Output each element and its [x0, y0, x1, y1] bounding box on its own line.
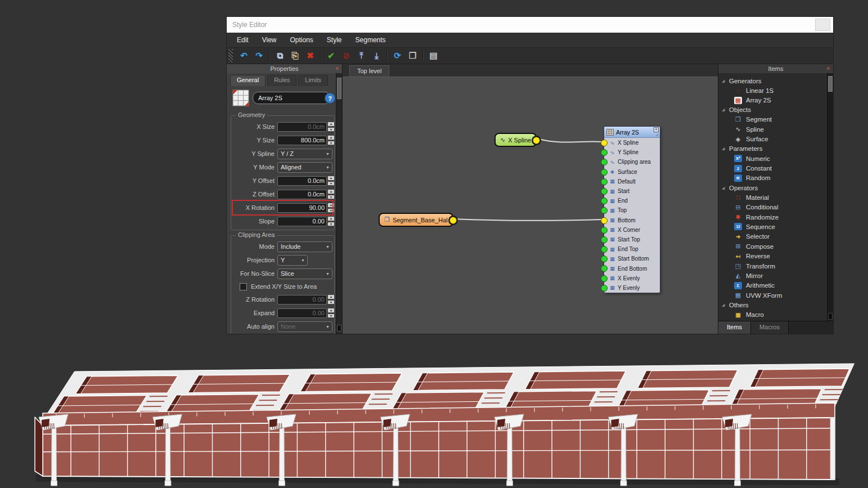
tree-item-reverse[interactable]: ↤Reverse	[722, 251, 826, 261]
array-input-port[interactable]	[601, 265, 608, 272]
tab-top-level[interactable]: Top level	[349, 65, 389, 77]
array-input-port[interactable]	[601, 207, 608, 214]
tree-item-mirror[interactable]: ◭Mirror	[722, 271, 826, 280]
spinner[interactable]	[327, 122, 335, 132]
tree-group-operators[interactable]: Operators	[722, 183, 826, 192]
tree-item-randomize[interactable]: ✱Randomize	[722, 212, 826, 222]
spinner[interactable]	[327, 294, 335, 305]
menu-options[interactable]: Options	[283, 33, 320, 47]
node-segment-base[interactable]: ❒ Segment_Base_Hal	[379, 213, 453, 227]
resize-handle-icon[interactable]: ◿	[655, 132, 658, 136]
x-rotation-field[interactable]	[277, 203, 335, 213]
y-size-field[interactable]	[277, 135, 335, 145]
node-x-spline[interactable]: ∿ X Spline	[494, 133, 537, 147]
spinner[interactable]	[327, 176, 335, 186]
array-input-port[interactable]	[601, 275, 608, 282]
z-offset-field[interactable]	[277, 189, 335, 199]
properties-scrollbar[interactable]	[336, 73, 342, 334]
refresh-icon[interactable]: ⟳	[390, 50, 404, 62]
window-close-button[interactable]	[815, 19, 830, 31]
tab-rules[interactable]: Rules	[267, 75, 296, 86]
tree-item-spline[interactable]: ∿Spline	[722, 124, 826, 134]
tree-item-array-2s[interactable]: ▦Array 2S	[722, 95, 826, 105]
items-scrollbar[interactable]	[827, 73, 833, 321]
menu-segments[interactable]: Segments	[349, 33, 393, 47]
close-icon[interactable]: ✕	[826, 66, 830, 71]
expander-icon[interactable]	[722, 108, 726, 112]
node-canvas[interactable]: ∿ X Spline ❒ Segment_Base_Hal	[343, 77, 718, 334]
tree-item-selector[interactable]: ➜Selector	[722, 232, 826, 241]
copy-icon[interactable]: ⧉	[273, 50, 287, 62]
expand-field[interactable]	[277, 308, 335, 318]
tree-item-compose[interactable]: ⊞Compose	[722, 241, 826, 251]
array-input-port[interactable]	[601, 169, 608, 176]
tree-item-arithmetic[interactable]: ΣArithmetic	[722, 281, 826, 290]
array-input-port[interactable]	[601, 217, 608, 224]
array-input-port[interactable]	[601, 178, 608, 185]
slope-field[interactable]	[277, 216, 335, 226]
array-input-port[interactable]	[601, 236, 608, 243]
extend-xy-checkbox[interactable]	[240, 283, 247, 290]
export-icon[interactable]: ❐	[406, 50, 420, 62]
tree-item-random[interactable]: RRandom	[722, 173, 826, 183]
expander-icon[interactable]	[722, 146, 726, 151]
expander-icon[interactable]	[722, 186, 726, 190]
array-input-port[interactable]	[601, 227, 608, 234]
expander-icon[interactable]	[722, 79, 726, 83]
library-icon[interactable]: ▤	[426, 50, 440, 62]
menu-style[interactable]: Style	[320, 33, 349, 47]
array-input-port[interactable]	[601, 285, 608, 292]
tree-item-uvw-xform[interactable]: ▦UVW XForm	[722, 290, 826, 300]
tab-limits[interactable]: Limits	[298, 75, 328, 86]
window-titlebar[interactable]: Style Editor	[227, 17, 833, 33]
array-input-port[interactable]	[601, 149, 608, 156]
array-input-port[interactable]	[601, 246, 608, 253]
menu-edit[interactable]: Edit	[230, 33, 255, 47]
collapse-bottom-icon[interactable]: ⤓	[370, 50, 384, 62]
mode-dropdown[interactable]: Include	[277, 241, 332, 252]
expander-icon[interactable]	[722, 303, 726, 307]
z-rotation-field[interactable]	[277, 294, 335, 305]
validate-check-icon[interactable]: ✔	[324, 50, 338, 62]
tree-item-transform[interactable]: ◳Transform	[722, 261, 826, 271]
spinner[interactable]	[327, 203, 335, 213]
toolbar-drag-handle[interactable]	[228, 49, 233, 62]
tree-item-sequence[interactable]: 12Sequence	[722, 222, 826, 231]
paste-icon[interactable]: ⎘	[288, 50, 302, 62]
tree-group-objects[interactable]: Objects	[722, 105, 826, 115]
tree-item-numeric[interactable]: X²Numeric	[722, 154, 826, 163]
spinner[interactable]	[327, 189, 335, 199]
array-input-port[interactable]	[601, 188, 608, 195]
spinner[interactable]	[327, 135, 335, 145]
tab-general[interactable]: General	[230, 75, 266, 86]
tree-item-segment[interactable]: ❒Segment	[722, 115, 826, 124]
close-icon[interactable]: ✕	[654, 127, 659, 132]
tree-item-surface[interactable]: ◈Surface	[722, 135, 826, 144]
auto-align-dropdown[interactable]: None	[277, 321, 332, 332]
tree-item-constant[interactable]: 2Constant	[722, 163, 826, 173]
tree-item-conditional[interactable]: ⊟Conditional	[722, 203, 826, 212]
help-icon[interactable]: ?	[325, 93, 335, 104]
y-offset-field[interactable]	[277, 176, 335, 186]
no-slice-dropdown[interactable]: Slice	[277, 268, 332, 279]
close-icon[interactable]: ✕	[335, 66, 339, 71]
y-mode-dropdown[interactable]: Aligned	[277, 162, 332, 173]
tree-group-generators[interactable]: Generators	[722, 76, 826, 86]
y-spline-dropdown[interactable]: Y / Z	[277, 149, 332, 159]
tab-items[interactable]: Items	[718, 321, 751, 334]
tree-item-macro[interactable]: ▣Macro	[722, 310, 826, 319]
projection-dropdown[interactable]: Y	[277, 255, 308, 266]
array-node-header[interactable]: Array 2S ✕ ◿	[604, 127, 660, 138]
menu-view[interactable]: View	[255, 33, 284, 47]
tree-group-others[interactable]: Others	[722, 300, 826, 310]
tab-macros[interactable]: Macros	[751, 321, 789, 334]
redo-icon[interactable]: ↷	[252, 50, 266, 62]
x-size-field[interactable]	[277, 122, 335, 132]
node-array-2s[interactable]: Array 2S ✕ ◿ ∿X Spline ∿Y Spline ∿Clippi…	[604, 126, 660, 293]
spinner[interactable]	[327, 216, 335, 226]
array-input-port[interactable]	[601, 198, 608, 204]
tree-group-parameters[interactable]: Parameters	[722, 144, 826, 154]
array-input-port[interactable]	[601, 159, 608, 165]
output-port[interactable]	[449, 217, 457, 224]
collapse-top-icon[interactable]: ⤒	[354, 50, 368, 62]
